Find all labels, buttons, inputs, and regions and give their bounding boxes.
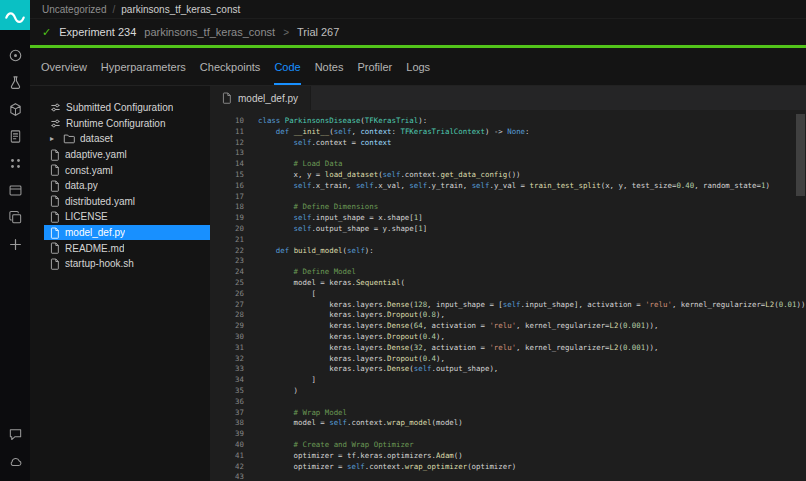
code-line: 11 def __init__(self, context: TFKerasTr… xyxy=(210,127,806,138)
line-number: 15 xyxy=(210,170,258,181)
nav-rail xyxy=(0,0,30,481)
file-tree-item-label: Runtime Configuration xyxy=(66,118,166,129)
logo-wave-icon xyxy=(2,2,28,28)
file-tree-item-const-yaml[interactable]: const.yaml xyxy=(44,162,210,178)
rail-items xyxy=(0,42,30,258)
code-line: 27 keras.layers.Dense(128, input_shape =… xyxy=(210,300,806,311)
file-tree-item-runtime-configuration[interactable]: Runtime Configuration xyxy=(44,116,210,132)
code-line-text: # Define Model xyxy=(258,267,356,276)
code-line-text: keras.layers.Dense(self.output_shape), xyxy=(258,364,498,373)
code-line: 31 keras.layers.Dense(32, activation = '… xyxy=(210,343,806,354)
line-number: 30 xyxy=(210,332,258,343)
code-line: 36 xyxy=(210,397,806,408)
tab-notes[interactable]: Notes xyxy=(308,48,351,85)
code-line-text: class ParkinsonsDisease(TFKerasTrial): xyxy=(258,116,427,125)
experiment-separator: > xyxy=(283,27,289,38)
config-icon xyxy=(50,118,61,129)
code-line: 39 xyxy=(210,429,806,440)
editor-tab-model-def[interactable]: model_def.py xyxy=(210,86,311,110)
line-number: 20 xyxy=(210,224,258,235)
file-tree-item-label: README.md xyxy=(65,243,124,254)
breadcrumb-parent[interactable]: Uncategorized xyxy=(42,4,106,15)
line-number: 31 xyxy=(210,343,258,354)
tab-overview[interactable]: Overview xyxy=(34,48,94,85)
line-number: 12 xyxy=(210,138,258,149)
tab-code[interactable]: Code xyxy=(267,48,307,85)
file-tree-item-license[interactable]: LICENSE xyxy=(44,209,210,225)
breadcrumb-current[interactable]: parkinsons_tf_keras_const xyxy=(121,4,240,15)
code-line: 17 xyxy=(210,192,806,203)
workspace-icon[interactable] xyxy=(0,177,30,204)
file-icon xyxy=(50,258,60,270)
line-number: 41 xyxy=(210,451,258,462)
breadcrumb-separator: / xyxy=(112,4,115,15)
file-tree-item-label: dataset xyxy=(80,133,113,144)
templates-icon[interactable] xyxy=(0,204,30,231)
code-line: 21 xyxy=(210,235,806,246)
cluster-icon[interactable] xyxy=(0,150,30,177)
cloud-icon[interactable] xyxy=(0,448,30,475)
line-number: 33 xyxy=(210,364,258,375)
tasks-icon[interactable] xyxy=(0,123,30,150)
line-number: 28 xyxy=(210,310,258,321)
chevron-right-icon[interactable]: ▸ xyxy=(50,135,58,143)
file-icon xyxy=(222,92,232,104)
code-line-text: # Load Data xyxy=(258,159,343,168)
line-number: 43 xyxy=(210,472,258,481)
file-tree-item-dataset[interactable]: ▸dataset xyxy=(44,131,210,147)
file-tree-item-data-py[interactable]: data.py xyxy=(44,178,210,194)
code-line: 41 optimizer = tf.keras.optimizers.Adam(… xyxy=(210,451,806,462)
line-number: 29 xyxy=(210,321,258,332)
experiment-label[interactable]: Experiment 234 xyxy=(59,26,136,38)
file-tree-item-label: model_def.py xyxy=(65,227,125,238)
experiment-bar: ✓ Experiment 234 parkinsons_tf_keras_con… xyxy=(30,19,806,45)
file-icon xyxy=(50,149,60,161)
scrollbar-thumb[interactable] xyxy=(796,114,805,196)
trial-label[interactable]: Trial 267 xyxy=(297,26,339,38)
file-icon xyxy=(50,211,60,223)
line-number: 16 xyxy=(210,181,258,192)
editor-tab-strip: model_def.py xyxy=(210,86,806,110)
line-number: 36 xyxy=(210,397,258,408)
tab-profiler[interactable]: Profiler xyxy=(350,48,399,85)
file-icon xyxy=(50,180,60,192)
code-line: 15 x, y = load_dataset(self.context.get_… xyxy=(210,170,806,181)
file-tree-item-label: Submitted Configuration xyxy=(66,102,173,113)
user-icon[interactable] xyxy=(0,42,30,69)
tab-logs[interactable]: Logs xyxy=(399,48,437,85)
code-line-text: model = self.context.wrap_model(model) xyxy=(258,418,463,427)
code-line-text: keras.layers.Dense(64, activation = 'rel… xyxy=(258,321,659,330)
code-line-text: self.input_shape = x.shape[1] xyxy=(258,213,423,222)
add-icon[interactable] xyxy=(0,231,30,258)
file-tree-item-submitted-configuration[interactable]: Submitted Configuration xyxy=(44,100,210,116)
file-tree-item-readme-md[interactable]: README.md xyxy=(44,240,210,256)
code-line: 37 # Wrap Model xyxy=(210,408,806,419)
app-logo[interactable] xyxy=(0,0,30,30)
code-line-text: model = keras.Sequential( xyxy=(258,278,405,287)
experiments-icon[interactable] xyxy=(0,69,30,96)
line-number: 14 xyxy=(210,159,258,170)
file-tree-item-distributed-yaml[interactable]: distributed.yaml xyxy=(44,194,210,210)
code-line-text: ) xyxy=(258,386,298,395)
code-line: 40 # Create and Wrap Optimizer xyxy=(210,440,806,451)
feedback-icon[interactable] xyxy=(0,421,30,448)
file-tree-item-label: distributed.yaml xyxy=(65,196,135,207)
line-number: 32 xyxy=(210,354,258,365)
code-line: 42 optimizer = self.context.wrap_optimiz… xyxy=(210,462,806,473)
model-registry-icon[interactable] xyxy=(0,96,30,123)
file-tree-item-model-def-py[interactable]: model_def.py xyxy=(44,225,210,241)
code-line: 19 self.input_shape = x.shape[1] xyxy=(210,213,806,224)
file-tree-item-adaptive-yaml[interactable]: adaptive.yaml xyxy=(44,147,210,163)
line-number: 18 xyxy=(210,202,258,213)
line-number: 34 xyxy=(210,375,258,386)
file-icon xyxy=(50,242,60,254)
tab-checkpoints[interactable]: Checkpoints xyxy=(193,48,268,85)
line-number: 13 xyxy=(210,148,258,159)
tab-bar: OverviewHyperparametersCheckpointsCodeNo… xyxy=(30,48,806,86)
line-number: 42 xyxy=(210,462,258,473)
tab-hyperparameters[interactable]: Hyperparameters xyxy=(94,48,193,85)
code-line: 26 [ xyxy=(210,289,806,300)
file-tree-item-startup-hook-sh[interactable]: startup-hook.sh xyxy=(44,256,210,272)
code-line: 23 xyxy=(210,256,806,267)
folder-icon xyxy=(63,133,75,144)
